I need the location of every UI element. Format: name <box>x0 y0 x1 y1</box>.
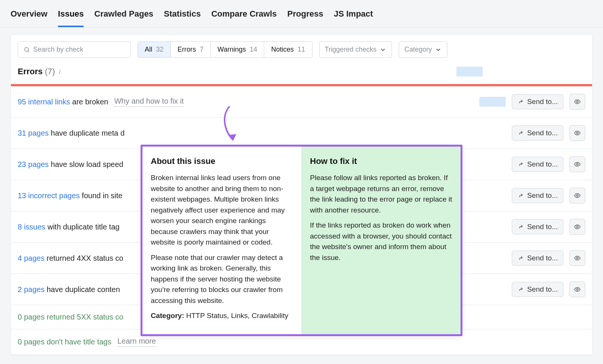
view-button[interactable] <box>569 125 585 141</box>
issue-count-link[interactable]: 8 issues <box>18 223 45 231</box>
filter-notices[interactable]: Notices 11 <box>264 42 312 57</box>
chevron-down-icon <box>435 46 442 53</box>
view-button[interactable] <box>569 250 585 266</box>
issue-text: 4 pages returned 4XX status co <box>18 254 123 263</box>
nav-item-overview[interactable]: Overview <box>11 5 47 27</box>
info-icon[interactable]: i <box>59 68 61 76</box>
filter-all[interactable]: All 32 <box>138 42 171 57</box>
popover-fix-text-1: Please follow all links reported as brok… <box>310 173 453 216</box>
eye-icon <box>574 286 581 293</box>
trend-sparkline <box>479 97 506 107</box>
eye-icon <box>574 161 581 168</box>
view-button[interactable] <box>569 281 585 297</box>
popover-fix-text-2: If the links reported as broken do work … <box>310 220 453 263</box>
send-to-label: Send to... <box>527 191 558 200</box>
popover-fix-title: How to fix it <box>310 155 453 167</box>
send-to-button[interactable]: Send to... <box>512 282 563 297</box>
nav-item-issues[interactable]: Issues <box>58 5 84 27</box>
svg-point-5 <box>577 195 579 197</box>
issue-row[interactable]: 31 pages have duplicate meta dSend to... <box>11 118 592 149</box>
filter-count: 7 <box>200 46 204 54</box>
popover-about-panel: About this issue Broken internal links l… <box>142 147 302 334</box>
send-to-button[interactable]: Send to... <box>512 125 563 141</box>
send-to-button[interactable]: Send to... <box>512 94 563 109</box>
triggered-checks-dropdown[interactable]: Triggered checks <box>319 41 392 58</box>
why-and-how-link[interactable]: Why and how to fix it <box>114 97 184 107</box>
issue-text: 8 issues with duplicate title tag <box>18 223 119 231</box>
view-button[interactable] <box>569 94 585 110</box>
nav-item-statistics[interactable]: Statistics <box>164 5 201 27</box>
popover-category: Category: HTTP Status, Links, Crawlabili… <box>151 310 293 321</box>
filter-count: 14 <box>249 46 257 54</box>
share-icon <box>517 223 524 230</box>
issue-count-link[interactable]: 95 internal links <box>18 98 70 106</box>
view-button[interactable] <box>569 188 585 203</box>
issue-count-link[interactable]: 13 incorrect pages <box>18 191 80 200</box>
send-to-label: Send to... <box>527 98 558 106</box>
eye-icon <box>574 98 581 105</box>
send-to-label: Send to... <box>527 254 558 262</box>
issue-count-link[interactable]: 23 pages <box>18 160 49 168</box>
view-button[interactable] <box>569 219 585 235</box>
send-to-button[interactable]: Send to... <box>512 188 563 203</box>
nav-item-compare-crawls[interactable]: Compare Crawls <box>211 5 277 27</box>
nav-item-crawled-pages[interactable]: Crawled Pages <box>94 5 153 27</box>
send-to-label: Send to... <box>527 285 558 294</box>
section-title: Errors <box>18 67 43 76</box>
popover-about-title: About this issue <box>151 155 293 167</box>
issue-text: 23 pages have slow load speed <box>18 160 123 169</box>
issue-row[interactable]: 95 internal links are brokenWhy and how … <box>11 86 592 118</box>
issue-popover: About this issue Broken internal links l… <box>141 145 462 336</box>
top-nav: Overview Issues Crawled Pages Statistics… <box>0 0 603 28</box>
filter-label: Errors <box>178 46 196 54</box>
eye-icon <box>574 223 581 230</box>
share-icon <box>517 161 524 168</box>
filter-warnings[interactable]: Warnings 14 <box>211 42 264 57</box>
issues-panel: All 32 Errors 7 Warnings 14 Notices 11 T… <box>11 34 592 355</box>
issue-count-link[interactable]: 2 pages <box>18 285 44 294</box>
filter-label: Warnings <box>217 46 246 54</box>
eye-icon <box>574 130 581 136</box>
issue-count-link[interactable]: 31 pages <box>18 129 49 137</box>
issue-description: have duplicate conten <box>44 285 120 294</box>
svg-point-2 <box>577 101 579 103</box>
view-button[interactable] <box>569 156 585 172</box>
nav-item-progress[interactable]: Progress <box>287 5 323 27</box>
popover-about-text-1: Broken internal links lead users from on… <box>151 173 293 248</box>
category-dropdown[interactable]: Category <box>399 41 447 58</box>
learn-more-link[interactable]: Learn more <box>117 337 156 347</box>
svg-point-6 <box>577 226 579 228</box>
issue-description: have slow load speed <box>49 160 123 168</box>
filter-count: 32 <box>156 46 164 54</box>
nav-item-js-impact[interactable]: JS Impact <box>334 5 373 27</box>
send-to-label: Send to... <box>527 160 558 168</box>
chevron-down-icon <box>380 46 386 53</box>
svg-point-7 <box>577 257 579 259</box>
share-icon <box>517 130 524 136</box>
search-icon <box>23 46 30 53</box>
issue-text: 13 incorrect pages found in site <box>18 191 122 200</box>
issue-description: don't have title tags <box>44 338 111 346</box>
toolbar: All 32 Errors 7 Warnings 14 Notices 11 T… <box>11 35 592 64</box>
issue-count-link[interactable]: 4 pages <box>18 254 44 262</box>
issue-description: with duplicate title tag <box>45 223 119 231</box>
issue-description: are broken <box>70 98 108 106</box>
issue-count-link: 0 pages <box>18 338 44 346</box>
send-to-label: Send to... <box>527 129 558 137</box>
filter-label: Notices <box>271 46 294 54</box>
search-input[interactable] <box>33 46 125 54</box>
filter-errors[interactable]: Errors 7 <box>171 42 211 57</box>
issue-text: 31 pages have duplicate meta d <box>18 129 125 138</box>
issue-count-link: 0 pages <box>18 313 44 321</box>
issue-description: returned 4XX status co <box>44 254 123 262</box>
send-to-button[interactable]: Send to... <box>512 219 563 234</box>
issue-description: returned 5XX status co <box>44 313 123 321</box>
send-to-button[interactable]: Send to... <box>512 251 563 266</box>
dropdown-label: Triggered checks <box>325 46 376 54</box>
search-input-wrap[interactable] <box>18 41 131 58</box>
dropdown-label: Category <box>404 46 432 54</box>
svg-line-1 <box>28 51 29 52</box>
send-to-button[interactable]: Send to... <box>512 157 563 172</box>
header-sparkline <box>456 67 483 76</box>
filter-label: All <box>145 46 152 54</box>
